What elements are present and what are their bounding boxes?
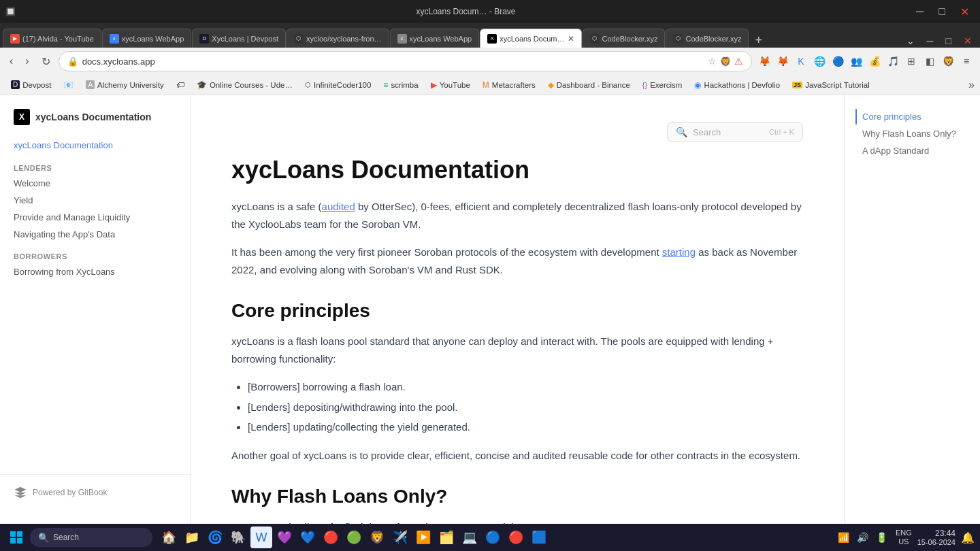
bookmarks-more-button[interactable]: » [968,79,975,91]
wallets-icon[interactable]: 💰 [866,53,883,69]
logo-letter: X [19,112,24,122]
brave-rewards-icon[interactable]: 🦁 [940,53,956,69]
bookmark-infinite[interactable]: ⬡ InfiniteCoder100 [299,80,376,90]
new-tab-button[interactable]: + [749,33,768,48]
bookmark-star-icon[interactable]: ☆ [708,56,717,67]
sidebar-item-yield[interactable]: Yield [0,192,190,209]
tab-maximize-button[interactable]: □ [941,34,957,48]
keplr-icon[interactable]: K [793,53,809,69]
sidebar-item-liquidity[interactable]: Provide and Manage Liquidity [0,209,190,226]
tab-close-docs[interactable]: ✕ [568,34,574,44]
forward-button[interactable]: › [21,52,33,70]
restore-button[interactable]: ─ [921,34,939,48]
taskbar-app-vscode2[interactable]: 💻 [459,527,480,548]
tab-favicon-youtube: ▶ [10,34,20,44]
taskbar-app-ext1[interactable]: 🔵 [482,527,504,548]
toc-item-flash-loans[interactable]: Why Flash Loans Only? [855,126,969,141]
sidebar-logo-icon: X [14,109,30,125]
menu-icon[interactable]: ≡ [958,53,975,69]
bookmarks-bar: D Devpost 📧 A Alchemy University 🏷 🎓 Onl… [0,75,980,95]
battery-icon[interactable]: 🔋 [874,529,890,546]
bookmark-devfolio-label: Hackathons | Devfolio [704,81,780,89]
bookmark-udemy[interactable]: 🎓 Online Courses - Ude… [191,79,298,91]
clock-date: 15-06-2024 [917,538,956,546]
taskbar-app-ext2[interactable]: 🔴 [505,527,527,548]
back-button[interactable]: ‹ [5,52,17,70]
search-bar[interactable]: 🔍 Search Ctrl + K [667,122,803,141]
taskbar-right: 📶 🔊 🔋 ENGUS 23:44 15-06-2024 🔔 [836,529,975,546]
bookmark-exercism[interactable]: {} Exercism [637,80,688,90]
taskbar-app-spotify[interactable]: 🟢 [343,527,365,548]
taskbar-app-teams[interactable]: 💜 [274,527,295,548]
taskbar-app-edge[interactable]: 🌀 [204,527,226,548]
sidebar-item-app-data[interactable]: Navigating the App's Data [0,226,190,243]
maximize-button[interactable]: □ [933,4,951,20]
volume-icon[interactable]: 🔊 [855,529,871,546]
tab-list-button[interactable]: ⌄ [901,34,920,48]
taskbar-app-word[interactable]: W [250,527,272,548]
toc-item-core-principles[interactable]: Core principles [855,109,969,124]
tab-close-window-button[interactable]: ✕ [958,34,977,48]
taskbar-app-home[interactable]: 🏠 [158,527,180,548]
taskbar-app-ext3[interactable]: 🟦 [528,527,550,548]
extensions-icon[interactable]: 🦊 [756,53,772,69]
sidebar-home-link[interactable]: xycLoans Documentation [0,136,190,154]
taskbar-app-youtube[interactable]: ▶️ [412,527,434,548]
taskbar-search-bar[interactable]: 🔍 Search [30,528,152,547]
starting-link[interactable]: starting [662,246,696,258]
alchemy-bm-icon: A [86,80,95,89]
notification-icon[interactable]: 🔔 [961,531,975,544]
minimize-button[interactable]: ─ [911,4,929,20]
taskbar-app-evernote[interactable]: 🐘 [227,527,249,548]
toc-item-dapp-standard[interactable]: A dApp Standard [855,143,969,158]
taskbar-app-files[interactable]: 🗂️ [436,527,457,548]
tab-codeblocker2[interactable]: ⬡ CodeBlocker.xyz [666,29,749,48]
tab-label-webapp2: xycLoans WebApp [410,35,472,43]
youtube-bm-icon: ▶ [431,80,437,90]
reload-button[interactable]: ↻ [37,52,54,71]
split-view-icon[interactable]: ⊞ [903,53,919,69]
taskbar-app-explorer[interactable]: 📁 [181,527,203,548]
tab-label-docs: xycLoans Docum… [500,35,564,43]
taskbar-app-vscode[interactable]: 💙 [297,527,318,548]
close-button[interactable]: ✕ [955,4,975,20]
taskbar-app-chrome[interactable]: 🔴 [320,527,342,548]
tab-github[interactable]: ⬡ xycloo/xycloans-fron… [287,29,389,48]
bookmark-scrimba[interactable]: ≡ scrimba [378,79,423,91]
tab-favicon-codeblocker1: ⬡ [590,34,600,44]
bookmark-youtube-label: YouTube [440,81,470,89]
taskbar-app-brave[interactable]: 🦁 [366,527,388,548]
metamask-icon[interactable]: 🦊 [774,53,791,69]
bookmark-unknown[interactable]: 🏷 [171,79,190,91]
ext3-icon[interactable]: 👥 [848,53,864,69]
bookmark-metacrafters[interactable]: M Metacrafters [477,79,541,91]
network-icon[interactable]: 📶 [836,529,852,546]
bookmark-devfolio[interactable]: ◉ Hackathons | Devfolio [689,79,785,91]
tab-docs-active[interactable]: X xycLoans Docum… ✕ [480,29,581,48]
taskbar-app-telegram[interactable]: ✈️ [389,527,411,548]
sidebar-item-borrowing[interactable]: Borrowing from XycLoans [0,263,190,280]
ext2-icon[interactable]: 🔵 [830,53,846,69]
tab-webapp1[interactable]: x xycLoans WebApp [102,29,192,48]
svg-rect-3 [17,538,22,544]
sidebar-toggle-icon[interactable]: ◧ [921,53,938,69]
address-bar[interactable]: 🔒 docs.xycloans.app ☆ 🦁 ⚠ [59,51,752,71]
bookmark-jstutorial[interactable]: JS JavaScript Tutorial [787,80,875,90]
gmail-bm-icon: 📧 [63,80,74,90]
bookmark-youtube[interactable]: ▶ YouTube [425,79,476,91]
doc-intro-para1: xycLoans is a safe (audited by OtterSec)… [231,198,803,233]
start-button[interactable] [5,527,27,548]
music-icon[interactable]: 🎵 [885,53,901,69]
bookmark-gmail[interactable]: 📧 [58,79,79,91]
tab-webapp2[interactable]: x xycLoans WebApp [390,29,480,48]
bookmark-binance[interactable]: ◆ Dashboard - Binance [542,79,636,91]
tab-codeblocker1[interactable]: ⬡ CodeBlocker.xyz [583,29,666,48]
brave-shield-icon[interactable]: 🦁 [719,56,732,67]
bookmark-devpost[interactable]: D Devpost [5,79,56,90]
ext1-icon[interactable]: 🌐 [811,53,828,69]
audited-link[interactable]: audited [322,201,355,212]
tab-youtube[interactable]: ▶ (17) Alvida - YouTube [3,29,101,48]
sidebar-item-welcome[interactable]: Welcome [0,175,190,192]
bookmark-alchemy[interactable]: A Alchemy University [80,79,169,90]
tab-devpost[interactable]: D XycLoans | Devpost [192,29,286,48]
